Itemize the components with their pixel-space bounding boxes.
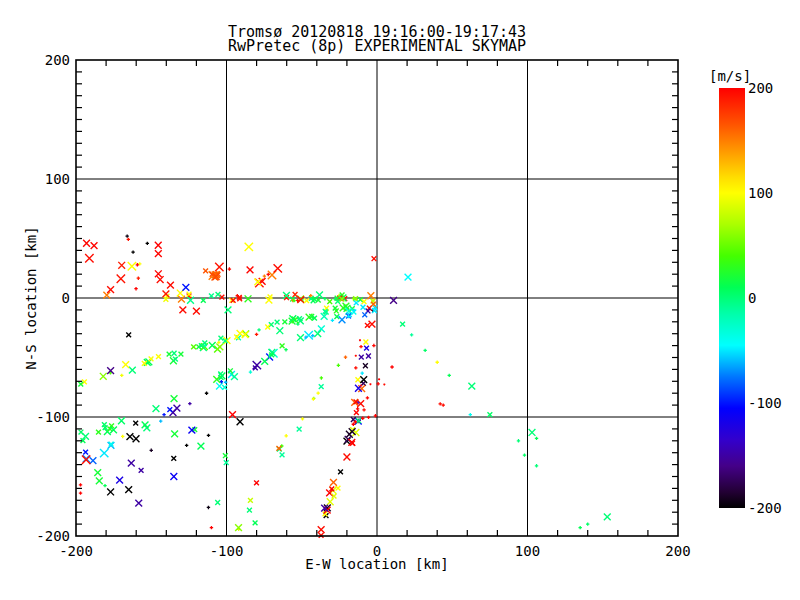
data-point-marker [448,374,451,377]
y-tick-label: -200 [36,528,70,544]
data-point-marker [173,357,178,362]
data-point-marker [179,307,186,314]
data-point-marker [182,284,189,291]
x-tick-label: 200 [665,543,690,559]
data-point-marker [369,383,371,385]
data-point-marker [330,479,337,486]
data-point-marker [363,340,368,345]
data-point-marker [82,456,90,464]
data-point-marker [366,354,371,359]
data-point-marker [85,254,93,262]
data-point-marker [216,383,223,390]
data-point-marker [400,322,405,327]
data-point-marker [331,319,334,322]
data-point-marker [282,319,287,324]
data-point-marker [372,256,377,261]
data-point-marker [284,434,287,437]
data-point-marker [319,384,324,389]
data-point-marker [339,316,346,323]
data-point-marker [372,344,375,347]
data-point-marker [344,355,347,358]
data-point-marker [218,371,223,376]
data-point-marker [247,508,252,513]
data-point-marker [231,373,238,380]
data-point-marker [133,435,140,442]
data-point-marker [103,484,106,487]
data-point-marker [237,418,244,425]
data-point-marker [354,366,357,369]
data-point-marker [261,358,268,365]
data-point-marker [128,460,135,467]
data-point-marker [201,298,206,303]
colorbar-tick-label: -100 [748,395,782,411]
data-point-marker [121,435,124,438]
data-point-marker [127,238,130,241]
data-point-marker [253,521,258,526]
data-point-marker [276,327,283,334]
data-point-marker [275,320,280,325]
data-point-marker [103,292,110,299]
data-point-marker [139,468,144,473]
data-point-marker [155,250,162,257]
scatter-markers [78,234,610,537]
data-point-marker [297,334,304,341]
data-point-marker [134,287,137,290]
data-point-marker [79,483,82,486]
data-point-marker [362,312,367,317]
y-tick-label: 0 [62,290,70,306]
data-point-marker [337,364,340,367]
data-point-marker [320,376,323,379]
data-point-marker [366,396,369,399]
data-point-marker [179,352,184,357]
data-point-marker [133,421,138,426]
data-point-marker [198,443,205,450]
data-point-marker [178,296,185,303]
skymap-plot-canvas: -200-1000100200-200-10001002002001000-10… [0,0,800,600]
data-point-marker [171,395,178,402]
data-point-marker [578,526,581,529]
data-point-marker [191,344,196,349]
data-point-marker [116,477,123,484]
data-point-marker [344,454,351,461]
data-point-marker [529,429,536,436]
data-point-marker [107,286,114,293]
data-point-marker [523,453,526,456]
data-point-marker [118,262,125,269]
data-point-marker [254,480,259,485]
data-point-marker [318,526,325,533]
data-point-marker [129,367,136,374]
data-point-marker [316,391,319,394]
colorbar-tick-label: 0 [748,290,756,306]
data-point-marker [83,450,88,455]
data-point-marker [171,430,178,437]
data-point-marker [137,277,140,280]
data-point-marker [150,449,153,452]
data-point-marker [360,376,367,383]
data-point-marker [159,419,162,422]
data-point-marker [280,344,285,349]
data-point-marker [167,282,174,289]
data-point-marker [228,267,231,270]
data-point-marker [405,274,412,281]
data-point-marker [359,345,362,348]
colorbar-tick-label: 200 [748,80,773,96]
colorbar-tick-label: 100 [748,185,773,201]
data-point-marker [127,433,134,440]
data-point-marker [142,421,149,428]
data-point-marker [157,276,164,283]
y-axis-label: N-S location [km] [23,226,39,369]
data-point-marker [96,477,103,484]
data-point-marker [378,378,380,380]
data-point-marker [216,292,221,297]
data-point-marker [245,243,253,251]
data-point-marker [355,355,357,357]
data-point-marker [215,500,220,505]
data-point-marker [193,308,200,315]
data-point-marker [436,361,439,364]
axes-frame: -200-1000100200-200-1000100200 [36,52,690,559]
data-point-marker [96,430,101,435]
data-point-marker [469,413,472,416]
data-point-marker [517,439,520,442]
data-point-marker [207,434,210,437]
data-point-marker [215,263,223,271]
